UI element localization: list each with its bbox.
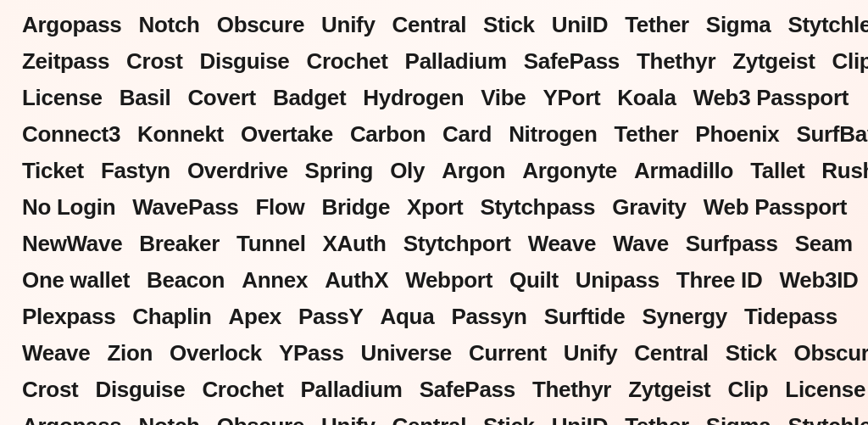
word-item[interactable]: Unipass <box>567 264 668 297</box>
word-item[interactable]: Crochet <box>193 373 292 406</box>
word-item[interactable]: UniID <box>543 410 616 425</box>
word-item[interactable]: Synergy <box>633 300 736 333</box>
word-item[interactable]: Central <box>384 8 475 42</box>
word-item[interactable]: Zion <box>98 337 161 370</box>
word-item[interactable]: Weave <box>520 227 604 260</box>
word-item[interactable]: Nitrogen <box>500 118 605 151</box>
word-item[interactable]: PassY <box>290 300 372 333</box>
word-item[interactable]: NewWave <box>14 227 131 260</box>
word-item[interactable]: Three ID <box>668 264 771 297</box>
word-item[interactable]: Argopass <box>14 8 131 42</box>
word-item[interactable]: Fastyn <box>92 154 179 187</box>
word-item[interactable]: Obscure <box>209 8 313 42</box>
word-item[interactable]: AuthX <box>316 264 397 297</box>
word-item[interactable]: Vibe <box>472 81 534 115</box>
word-item[interactable]: Oly <box>381 154 433 187</box>
word-item[interactable]: Notch <box>131 410 209 425</box>
word-item[interactable]: Carbon <box>342 118 434 151</box>
word-item[interactable]: Universe <box>353 337 460 370</box>
word-item[interactable]: Overtake <box>232 118 342 151</box>
word-item[interactable]: Tallet <box>742 154 813 187</box>
word-item[interactable]: Stytchpass <box>471 191 604 224</box>
word-item[interactable]: Apex <box>220 300 290 333</box>
word-item[interactable]: One wallet <box>14 264 138 297</box>
word-item[interactable]: Tunnel <box>228 227 314 260</box>
word-item[interactable]: Central <box>384 410 475 425</box>
word-item[interactable]: WavePass <box>124 191 247 224</box>
word-item[interactable]: Card <box>434 118 500 151</box>
word-item[interactable]: Zytgeist <box>724 45 823 78</box>
word-item[interactable]: Argon <box>433 154 514 187</box>
word-item[interactable]: Thethyr <box>524 373 620 406</box>
word-item[interactable]: YPass <box>270 337 353 370</box>
word-item[interactable]: Gravity <box>604 191 695 224</box>
word-item[interactable]: Hydrogen <box>354 81 472 115</box>
word-item[interactable]: Stytchlet <box>779 8 868 42</box>
word-item[interactable]: Covert <box>179 81 264 115</box>
word-item[interactable]: Phoenix <box>687 118 787 151</box>
word-item[interactable]: Armadillo <box>626 154 742 187</box>
word-item[interactable]: XAuth <box>314 227 395 260</box>
word-item[interactable]: Crochet <box>298 45 396 78</box>
word-item[interactable]: YPort <box>534 81 609 115</box>
word-item[interactable]: Badget <box>264 81 354 115</box>
word-item[interactable]: Xport <box>398 191 471 224</box>
word-item[interactable]: Clip <box>824 45 868 78</box>
word-item[interactable]: License <box>776 373 868 406</box>
word-item[interactable]: Sigma <box>698 8 780 42</box>
word-item[interactable]: Stick <box>475 8 543 42</box>
word-item[interactable]: Wave <box>604 227 677 260</box>
word-item[interactable]: SafePass <box>411 373 524 406</box>
word-item[interactable]: Chaplin <box>124 300 220 333</box>
word-item[interactable]: License <box>14 81 111 115</box>
word-item[interactable]: SafePass <box>515 45 628 78</box>
word-item[interactable]: Unify <box>313 8 384 42</box>
word-item[interactable]: Argonyte <box>514 154 626 187</box>
word-item[interactable]: Stytchlet <box>779 410 868 425</box>
word-item[interactable]: Bridge <box>314 191 399 224</box>
word-item[interactable]: Obscure <box>209 410 313 425</box>
word-item[interactable]: Tether <box>606 118 687 151</box>
word-item[interactable]: Stytchport <box>395 227 520 260</box>
word-item[interactable]: Tether <box>616 8 698 42</box>
word-item[interactable]: Crost <box>14 373 86 406</box>
word-item[interactable]: Stick <box>475 410 543 425</box>
word-item[interactable]: Unify <box>313 410 384 425</box>
word-item[interactable]: Current <box>460 337 555 370</box>
word-item[interactable]: Central <box>626 337 716 370</box>
word-item[interactable]: Overlock <box>161 337 270 370</box>
word-item[interactable]: Disguise <box>86 373 193 406</box>
word-item[interactable]: Weave <box>14 337 98 370</box>
word-item[interactable]: Overdrive <box>179 154 297 187</box>
word-item[interactable]: Tidepass <box>736 300 846 333</box>
word-item[interactable]: Plexpass <box>14 300 124 333</box>
word-item[interactable]: Palladium <box>397 45 515 78</box>
word-item[interactable]: Ticket <box>14 154 92 187</box>
word-item[interactable]: Webport <box>397 264 501 297</box>
word-item[interactable]: No Login <box>14 191 124 224</box>
word-item[interactable]: Breaker <box>131 227 228 260</box>
word-item[interactable]: Disguise <box>192 45 298 78</box>
word-item[interactable]: Basil <box>111 81 180 115</box>
word-item[interactable]: Beacon <box>138 264 233 297</box>
word-item[interactable]: Rush <box>813 154 868 187</box>
word-item[interactable]: Connect3 <box>14 118 129 151</box>
word-item[interactable]: Obscure <box>785 337 868 370</box>
word-item[interactable]: Spring <box>297 154 382 187</box>
word-item[interactable]: Notch <box>131 8 209 42</box>
word-item[interactable]: Argopass <box>14 410 131 425</box>
word-item[interactable]: Flow <box>248 191 314 224</box>
word-item[interactable]: Crost <box>118 45 191 78</box>
word-item[interactable]: Web Passport <box>695 191 855 224</box>
word-item[interactable]: Unify <box>555 337 626 370</box>
word-item[interactable]: Koala <box>609 81 684 115</box>
word-item[interactable]: Thethyr <box>628 45 724 78</box>
word-item[interactable]: SurfBay <box>787 118 868 151</box>
word-item[interactable]: Surfpass <box>677 227 787 260</box>
word-item[interactable]: Clip <box>719 373 776 406</box>
word-item[interactable]: Zeitpass <box>14 45 118 78</box>
word-item[interactable]: Konnekt <box>129 118 232 151</box>
word-item[interactable]: Stick <box>717 337 786 370</box>
word-item[interactable]: Web3 Passport <box>685 81 857 115</box>
word-item[interactable]: Surftide <box>536 300 634 333</box>
